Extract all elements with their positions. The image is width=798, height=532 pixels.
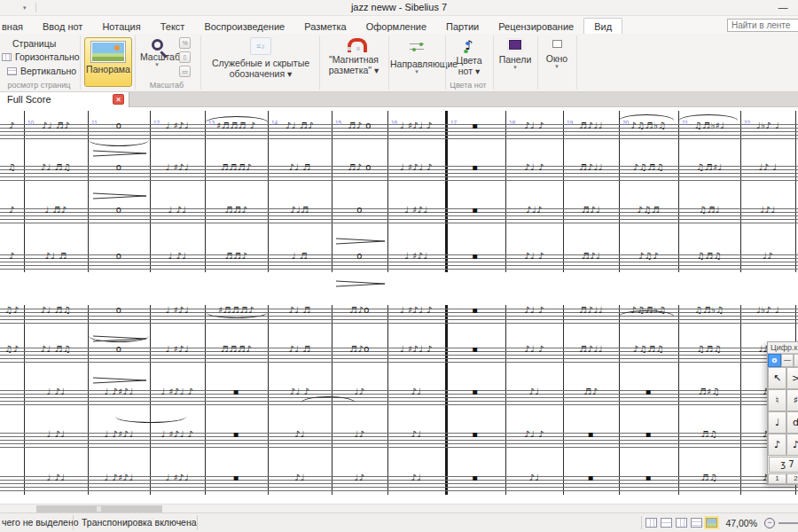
magnetic-layout-button[interactable]: "Магнитная разметка" ▾ (321, 35, 387, 75)
note-run[interactable]: ♪♩ (411, 386, 421, 397)
note-run[interactable]: ♬♪ o (348, 120, 372, 131)
pages-horizontal-icon[interactable] (645, 518, 657, 528)
note-run[interactable]: ♫♪ (4, 343, 19, 355)
note-run[interactable]: ▪ (645, 386, 652, 397)
note-run[interactable]: ♫♬♭♫ (694, 304, 724, 316)
keypad-button[interactable]: ♯ (786, 389, 798, 411)
note-run[interactable]: ♫♬♭♯♩ (694, 120, 725, 131)
zoom-fit-page-button[interactable]: ▯ (179, 51, 191, 63)
note-run[interactable]: ♪♩ ♬ (288, 161, 310, 173)
keypad-digit-1[interactable]: 1 (768, 473, 786, 484)
ribbon-tab-Воспроизведение[interactable]: Воспроизведение (194, 19, 294, 34)
note-run[interactable]: ♩♪♩ (760, 204, 775, 215)
ribbon-search-input[interactable] (727, 19, 798, 32)
zoom-100-button[interactable]: % (179, 37, 191, 49)
note-run[interactable]: ▪ (472, 472, 478, 483)
note-run[interactable]: ♬♬♪ (225, 250, 248, 262)
keypad-button[interactable]: d (786, 411, 798, 434)
note-run[interactable]: o (116, 120, 122, 131)
note-run[interactable]: ♪♩ (294, 472, 305, 483)
note-run[interactable]: ♪♩ ♪ (524, 343, 544, 355)
keypad-button[interactable]: > (786, 367, 798, 389)
note-run[interactable]: ♫♬♫ (697, 343, 722, 355)
note-run[interactable]: ♪♩ ♪ (524, 428, 544, 440)
note-run[interactable]: ♬♪♩♩ (579, 161, 603, 173)
note-run[interactable]: ♬♪ (583, 386, 598, 397)
note-run[interactable]: ▪ (472, 204, 478, 215)
note-run[interactable]: ♩♪ ♩ (759, 161, 778, 173)
note-run[interactable]: ♪♩ ♬ (288, 343, 310, 355)
zoom-fit-width-button[interactable]: ▭ (179, 66, 191, 77)
note-run[interactable]: ♩ ♯♪♩ (404, 204, 427, 215)
note-run[interactable]: o (116, 161, 122, 173)
note-run[interactable]: ♪♩ ♬♪ (286, 120, 314, 131)
note-run[interactable]: ♪♩ ♪ (290, 386, 310, 397)
ribbon-tab-Разметка[interactable]: Разметка (294, 19, 356, 34)
note-run[interactable]: ♪♩ ♬♫ (41, 304, 72, 316)
guides-button[interactable]: Направляющие ▾ (390, 37, 443, 74)
note-run[interactable]: ♩♪ (763, 250, 773, 262)
note-run[interactable]: ▪ (645, 472, 652, 483)
note-run[interactable]: ♪♫♪ (638, 250, 659, 262)
note-run[interactable]: ♩ ♯♪♩ ♪ (400, 120, 433, 131)
note-run[interactable]: ♩ ♯♪♩ (166, 161, 189, 173)
note-run[interactable]: ♬♪♩♩ (579, 304, 603, 316)
note-run[interactable]: ♪♩♬ (290, 204, 309, 215)
note-run[interactable]: ▪ (233, 428, 239, 440)
keypad-layout-tab-2[interactable]: — (781, 354, 794, 367)
note-run[interactable]: o (356, 250, 363, 262)
vertical-button[interactable]: Вертикально (7, 66, 76, 76)
note-run[interactable]: ♪♩ ♬ (288, 304, 310, 316)
note-run[interactable]: ♩ ♪♩ (47, 386, 66, 397)
note-run[interactable]: ♩♪ (354, 472, 364, 483)
note-run[interactable]: ♫♬♯♩ (696, 161, 723, 173)
note-run[interactable]: ▪ (472, 428, 478, 440)
note-run[interactable]: ♩♭♪ ♩ (756, 304, 779, 316)
note-run[interactable]: ♬♯♫ (699, 386, 720, 397)
note-run[interactable]: ♬♪o (349, 304, 370, 316)
keypad-button[interactable]: ♩ (768, 411, 786, 434)
note-run[interactable]: ♪ (9, 250, 15, 262)
note-run[interactable]: ♪♩ ♬♫ (41, 343, 72, 355)
keypad-digit-2[interactable]: 2 (786, 473, 798, 484)
note-run[interactable]: ♪♫♬♫ (633, 343, 664, 355)
note-run[interactable]: ♬♪♩ (582, 250, 601, 262)
note-run[interactable]: ▪ (472, 161, 478, 173)
note-run[interactable]: ♪♩ ♬♫ (41, 161, 72, 173)
note-run[interactable]: ♪♫♬♫ (633, 161, 664, 173)
note-run[interactable]: ♩ ♯♪♩ ♪ (161, 428, 194, 440)
note-run[interactable]: ♪♩ ♪ (524, 304, 544, 316)
note-run[interactable]: ♪♫♬♭♫ (630, 120, 667, 131)
note-run[interactable]: ♬♪♩♩ (579, 120, 603, 131)
note-run[interactable]: ♩ ♪♩ (47, 472, 66, 483)
close-icon[interactable]: ✕ (113, 94, 124, 105)
note-run[interactable]: ▪ (645, 428, 652, 440)
note-run[interactable]: ♪ (9, 120, 15, 131)
note-run[interactable]: ♩ ♪♯♪♩ (104, 428, 133, 440)
note-run[interactable]: ♬♪o (349, 343, 370, 355)
note-run[interactable]: ♬♫ (701, 472, 718, 483)
horizontal-scrollbar[interactable] (0, 504, 798, 512)
note-run[interactable]: ♩♪ (354, 428, 364, 440)
note-run[interactable]: ♪♩ ♬♪ (42, 120, 70, 131)
ribbon-tab-Оформление[interactable]: Оформление (356, 19, 436, 34)
note-run[interactable]: ▪ (233, 472, 239, 483)
note-colors-button[interactable]: ♪ Цвета нот ▾ (447, 35, 491, 76)
minimize-button[interactable]: — (773, 0, 793, 15)
ribbon-tab-Нотация[interactable]: Нотация (92, 19, 150, 34)
note-run[interactable]: ♫♪ (4, 304, 19, 316)
keypad-layout-tab-1[interactable]: o (768, 354, 781, 367)
note-run[interactable]: ♫ (8, 161, 16, 173)
note-run[interactable]: ♫♬♫ (697, 250, 722, 262)
zoom-out-button[interactable]: − (764, 518, 775, 528)
note-run[interactable]: ♩ ♪♩ (168, 250, 187, 262)
pages-spread-icon[interactable] (676, 518, 687, 528)
panels-button[interactable]: Панели ▾ (495, 35, 536, 70)
pages-vertical-icon[interactable] (691, 518, 702, 528)
note-run[interactable]: ♬♪ o (348, 161, 372, 173)
note-run[interactable]: o (116, 250, 122, 262)
keypad-rests-button[interactable]: ʒ 7 (769, 457, 798, 473)
note-run[interactable]: ♬♪♩ (582, 204, 601, 215)
note-run[interactable]: ♪♩ (411, 428, 421, 440)
document-tab-full-score[interactable]: Full Score ✕ (0, 92, 129, 107)
